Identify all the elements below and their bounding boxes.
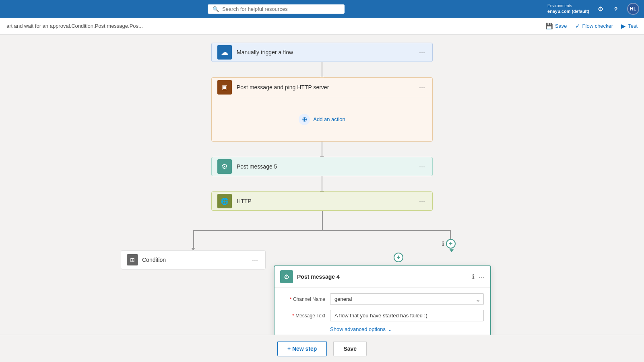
fork-left-line: [193, 230, 194, 250]
step4-menu[interactable]: ···: [417, 195, 427, 207]
condition-title: Condition: [142, 257, 250, 263]
flow-checker-icon: ✓: [575, 23, 580, 30]
fork-area: + ℹ ⊞ Condition ··· +: [161, 211, 483, 255]
save-button[interactable]: 💾 Save: [545, 23, 567, 30]
channel-name-select[interactable]: general: [330, 293, 484, 305]
post-msg4-menu[interactable]: ···: [479, 273, 485, 281]
step-post-message-ping: ▣ Post message and ping HTTP server ··· …: [211, 77, 433, 142]
post-msg4-header: ⚙ Post message 4 ℹ ···: [275, 266, 490, 288]
connector-1: [322, 62, 322, 77]
test-button[interactable]: ▶ Test: [621, 23, 638, 30]
search-input[interactable]: [222, 6, 340, 12]
flow-container: ☁ Manually trigger a flow ··· ▣ Post mes…: [0, 43, 644, 255]
step2-body: ⊕ Add an action: [212, 97, 432, 141]
connector-3: [322, 176, 322, 191]
post-message-4-card: ⚙ Post message 4 ℹ ··· * Channel Name: [274, 265, 491, 339]
plus-button-right[interactable]: +: [446, 239, 456, 249]
show-advanced-button[interactable]: Show advanced options ⌄: [281, 326, 484, 332]
connector-2: [322, 142, 322, 157]
fork-horiz-line: [193, 230, 451, 231]
search-icon: 🔍: [213, 6, 219, 12]
bottom-bar: + New step Save: [0, 335, 644, 362]
show-advanced-label: Show advanced options: [330, 326, 386, 332]
subtopbar-actions: 💾 Save ✓ Flow checker ▶ Test: [545, 23, 638, 30]
env-name: enayu.com (default): [547, 8, 589, 14]
subtopbar: art and wait for an approval.Condition.P…: [0, 18, 644, 35]
message-text-row: * Message Text: [281, 310, 484, 321]
avatar[interactable]: HL: [627, 3, 639, 15]
search-bar[interactable]: 🔍: [208, 4, 345, 14]
post-ping-title: Post message and ping HTTP server: [237, 84, 417, 90]
environment-selector[interactable]: Environments enayu.com (default): [547, 3, 589, 14]
manually-trigger-icon: ☁: [217, 45, 232, 60]
post-msg5-icon: ⚙: [217, 159, 232, 174]
post-msg5-title: Post message 5: [237, 163, 417, 170]
save-icon: 💾: [545, 23, 553, 30]
add-action-icon: ⊕: [299, 114, 310, 125]
message-text-label: * Message Text: [281, 313, 325, 319]
channel-name-required: *: [290, 296, 293, 302]
help-icon[interactable]: ?: [612, 5, 620, 13]
post-msg4-title: Post message 4: [297, 274, 472, 280]
condition-icon: ⊞: [127, 254, 138, 265]
new-step-label: + New step: [287, 346, 317, 352]
condition-menu[interactable]: ···: [250, 254, 260, 266]
flow-checker-label: Flow checker: [582, 23, 613, 29]
post-msg4-plus-above: +: [274, 253, 491, 262]
step-post-message-5[interactable]: ⚙ Post message 5 ···: [211, 157, 433, 176]
info-icon[interactable]: ℹ: [442, 240, 444, 247]
post-msg4-icon: ⚙: [280, 270, 293, 283]
step3-menu[interactable]: ···: [417, 161, 427, 173]
breadcrumb: art and wait for an approval.Condition.P…: [6, 23, 143, 29]
step2-header[interactable]: ▣ Post message and ping HTTP server ···: [212, 78, 432, 97]
http-title: HTTP: [237, 198, 417, 204]
fork-pre-line: [322, 211, 323, 230]
add-action-label: Add an action: [313, 116, 345, 122]
new-step-button[interactable]: + New step: [277, 341, 327, 356]
condition-container: ⊞ Condition ···: [121, 250, 266, 269]
http-icon: 🌐: [217, 194, 232, 208]
post-msg4-body: * Channel Name general ⌄: [275, 288, 490, 338]
fork-right-plus[interactable]: +: [446, 239, 456, 249]
show-advanced-chevron-icon: ⌄: [388, 326, 392, 332]
step-manually-trigger[interactable]: ☁ Manually trigger a flow ···: [211, 43, 433, 62]
message-text-required: *: [292, 313, 295, 319]
test-label: Test: [628, 23, 638, 29]
channel-name-label: * Channel Name: [281, 296, 325, 302]
step1-menu[interactable]: ···: [417, 47, 427, 58]
save-label: Save: [555, 23, 567, 29]
manually-trigger-title: Manually trigger a flow: [237, 49, 417, 56]
condition-block[interactable]: ⊞ Condition ···: [121, 250, 266, 269]
fork-info[interactable]: ℹ: [442, 240, 444, 247]
message-text-input[interactable]: [330, 310, 484, 321]
bottom-save-label: Save: [343, 346, 357, 352]
add-action-button[interactable]: ⊕ Add an action: [292, 111, 352, 128]
channel-name-row: * Channel Name general ⌄: [281, 293, 484, 305]
topbar-right: Environments enayu.com (default) ⚙ ? HL: [547, 3, 639, 15]
test-icon: ▶: [621, 23, 626, 30]
plus-button-above-post4[interactable]: +: [394, 253, 403, 262]
post-ping-icon: ▣: [217, 80, 232, 95]
post-msg4-header-actions: ℹ ···: [472, 273, 485, 281]
step2-menu[interactable]: ···: [417, 82, 427, 93]
post-msg4-info-icon[interactable]: ℹ: [472, 273, 475, 280]
topbar: 🔍 Environments enayu.com (default) ⚙ ? H…: [0, 0, 644, 18]
environments-label: Environments: [547, 3, 589, 8]
bottom-save-button[interactable]: Save: [333, 341, 367, 356]
step-http[interactable]: 🌐 HTTP ···: [211, 191, 433, 211]
channel-name-select-wrap: general ⌄: [330, 293, 484, 305]
canvas: ☁ Manually trigger a flow ··· ▣ Post mes…: [0, 35, 644, 362]
fork-right-arrow: [450, 249, 454, 252]
settings-icon[interactable]: ⚙: [597, 5, 605, 13]
flow-checker-button[interactable]: ✓ Flow checker: [575, 23, 613, 30]
